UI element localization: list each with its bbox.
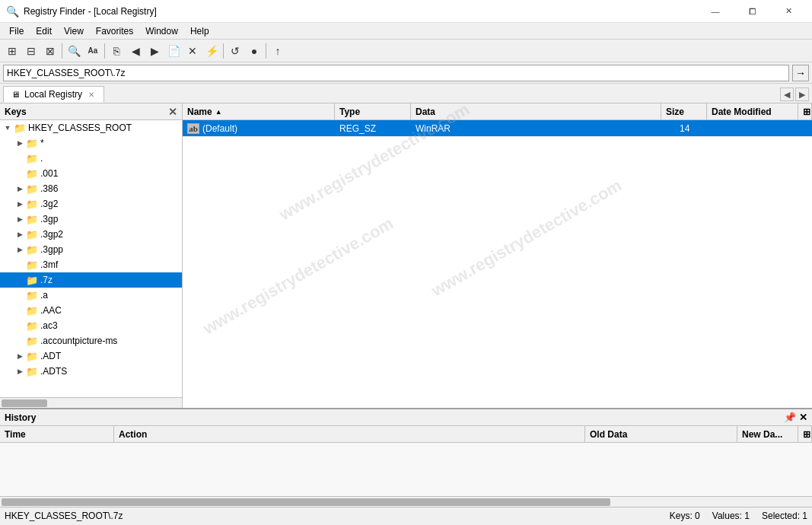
detail-cell-size: 14 [675,123,721,134]
tree-item-001[interactable]: 📁 .001 [0,166,182,181]
dot-icon[interactable]: ● [245,42,263,60]
tab-local-registry[interactable]: 🖥 Local Registry ✕ [3,86,104,103]
lightning-icon[interactable]: ⚡ [202,42,221,60]
tree-toggle-386[interactable]: ▶ [14,185,26,192]
folder-icon: 📁 [26,290,38,301]
delete-icon[interactable]: ✕ [183,42,202,60]
folder-icon: 📁 [26,183,38,195]
tree-toggle-adt[interactable]: ▶ [14,352,26,360]
back-icon[interactable]: ◀ [126,42,145,60]
tree-item-dot[interactable]: 📁 . [0,151,182,166]
hist-col-resize[interactable]: ⊞ [798,426,812,442]
tree-toggle-star[interactable]: ▶ [14,139,26,147]
grid2-icon[interactable]: ⊟ [22,42,40,60]
grid3-icon[interactable]: ⊠ [41,42,59,60]
tree-toggle-3g2[interactable]: ▶ [14,200,26,208]
col-header-size[interactable]: Size [661,103,707,119]
tree-label-001: .001 [40,168,58,179]
tree-label-ac3: .ac3 [40,320,58,331]
menu-help[interactable]: Help [184,24,215,38]
tree-toggle-adts[interactable]: ▶ [14,368,26,375]
folder-icon: 📁 [26,351,38,362]
menu-edit[interactable]: Edit [30,24,58,38]
col-header-type[interactable]: Type [335,103,411,119]
close-button[interactable]: ✕ [771,0,806,23]
menu-file[interactable]: File [3,24,30,38]
up-icon[interactable]: ↑ [269,42,287,60]
search-icon[interactable]: 🔍 [65,42,83,60]
tree-toggle-3gp2[interactable]: ▶ [14,231,26,238]
tree-item-7z[interactable]: 📁 .7z [0,272,182,288]
forward-icon[interactable]: ▶ [145,42,164,60]
minimize-button[interactable]: — [698,0,733,23]
menu-bar: File Edit View Favorites Window Help [0,23,812,40]
copy-icon[interactable]: ⎘ [107,42,126,60]
tree-item-accountpicture[interactable]: 📁 .accountpicture-ms [0,333,182,348]
tree-item-3gp[interactable]: ▶ 📁 .3gp [0,212,182,227]
tree-toggle-3gpp[interactable]: ▶ [14,246,26,253]
sort-arrow-icon: ▲ [215,108,222,116]
toolbar-sep-2 [104,43,105,59]
col-header-data[interactable]: Data [411,103,661,119]
status-bar: HKEY_CLASSES_ROOT\.7z Keys: 0 Values: 1 … [0,507,812,523]
menu-view[interactable]: View [58,24,90,38]
tree-item-adt[interactable]: ▶ 📁 .ADT [0,348,182,364]
history-controls: 📌 ✕ [784,412,807,423]
menu-window[interactable]: Window [139,24,184,38]
tree-item-aac[interactable]: 📁 .AAC [0,303,182,318]
tab-close-button[interactable]: ✕ [87,91,96,99]
tree-body[interactable]: ▼ 📁 HKEY_CLASSES_ROOT ▶ 📁 * 📁 . 📁 .001 [0,120,182,397]
tree-item-3gp2[interactable]: ▶ 📁 .3gp2 [0,227,182,242]
col-name-label: Name [187,107,212,117]
tree-item-adts[interactable]: ▶ 📁 .ADTS [0,364,182,379]
tab-label: Local Registry [24,89,82,100]
tree-item-386[interactable]: ▶ 📁 .386 [0,181,182,196]
hist-col-action[interactable]: Action [114,426,585,442]
tab-nav-left[interactable]: ◀ [780,88,794,101]
new-doc-icon[interactable]: 📄 [164,42,183,60]
tree-item-star[interactable]: ▶ 📁 * [0,135,182,151]
col-header-date[interactable]: Date Modified [707,103,798,119]
tree-toggle-3gp[interactable]: ▶ [14,215,26,223]
restore-button[interactable]: ⧠ [734,0,769,23]
tab-nav-right[interactable]: ▶ [795,88,809,101]
tree-item-3gpp[interactable]: ▶ 📁 .3gpp [0,242,182,257]
tree-item-ac3[interactable]: 📁 .ac3 [0,318,182,333]
history-close-icon[interactable]: ✕ [799,412,807,423]
grid1-icon[interactable]: ⊞ [3,42,21,60]
detail-row[interactable]: ab (Default) REG_SZ WinRAR 14 [183,120,812,137]
col-resize-handle[interactable]: ⊞ [798,103,812,119]
address-bar: HKEY_CLASSES_ROOT\.7z → [0,62,812,84]
col-data-label: Data [416,107,435,117]
tree-header-label: Keys [5,107,27,117]
tree-item-a[interactable]: 📁 .a [0,288,182,303]
tree-item-hkcr[interactable]: ▼ 📁 HKEY_CLASSES_ROOT [0,120,182,135]
refresh-icon[interactable]: ↺ [226,42,244,60]
hist-col-old-data[interactable]: Old Data [585,426,737,442]
menu-favorites[interactable]: Favorites [90,24,139,38]
main-area: Keys ✕ ▼ 📁 HKEY_CLASSES_ROOT ▶ 📁 * 📁 . [0,103,812,408]
tab-icon: 🖥 [11,90,20,99]
hist-col-new-data[interactable]: New Da... [737,426,798,442]
hist-time-label: Time [5,429,26,440]
history-pin-icon[interactable]: 📌 [784,412,796,423]
folder-icon: 📁 [26,336,38,347]
tree-item-3g2[interactable]: ▶ 📁 .3g2 [0,196,182,212]
detail-cell-name: ab (Default) [183,123,335,134]
address-go-button[interactable]: → [792,65,809,81]
col-header-name[interactable]: Name ▲ [183,103,335,119]
tree-item-3mf[interactable]: 📁 .3mf [0,257,182,272]
hist-col-time[interactable]: Time [0,426,114,442]
tree-horizontal-scrollbar[interactable] [0,397,182,408]
folder-icon: 📁 [26,138,38,149]
history-horizontal-scrollbar[interactable] [0,496,812,507]
folder-icon: 📁 [26,305,38,317]
address-input[interactable]: HKEY_CLASSES_ROOT\.7z [3,65,789,81]
tree-toggle-hkcr[interactable]: ▼ [2,124,14,132]
case-icon[interactable]: Aa [84,42,102,60]
tree-close-button[interactable]: ✕ [168,106,177,118]
tree-header: Keys ✕ [0,103,182,120]
tree-label-adt: .ADT [40,351,61,361]
folder-icon: 📁 [26,153,38,164]
detail-cell-type: REG_SZ [335,123,411,134]
